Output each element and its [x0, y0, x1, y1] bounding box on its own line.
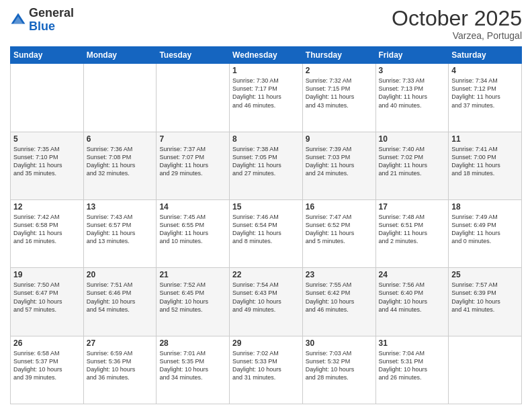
calendar-cell-w3d5: 24Sunrise: 7:56 AM Sunset: 6:40 PM Dayli…: [375, 268, 449, 336]
day-number: 4: [451, 66, 519, 75]
day-info: Sunrise: 7:38 AM Sunset: 7:05 PM Dayligh…: [232, 145, 300, 178]
calendar-cell-w4d6: [449, 336, 522, 404]
logo: General Blue: [10, 7, 74, 34]
calendar-week-row-0: 1Sunrise: 7:30 AM Sunset: 7:17 PM Daylig…: [11, 64, 522, 132]
calendar-cell-w0d0: [11, 64, 84, 132]
calendar-cell-w1d1: 6Sunrise: 7:36 AM Sunset: 7:08 PM Daylig…: [83, 132, 157, 199]
calendar-cell-w1d3: 8Sunrise: 7:38 AM Sunset: 7:05 PM Daylig…: [230, 132, 303, 199]
calendar-cell-w4d3: 29Sunrise: 7:02 AM Sunset: 5:33 PM Dayli…: [230, 336, 303, 404]
day-number: 7: [159, 134, 226, 144]
day-number: 25: [451, 270, 519, 279]
calendar-cell-w2d6: 18Sunrise: 7:49 AM Sunset: 6:49 PM Dayli…: [449, 199, 522, 267]
day-number: 29: [232, 338, 300, 348]
calendar-cell-w1d0: 5Sunrise: 7:35 AM Sunset: 7:10 PM Daylig…: [11, 132, 84, 199]
calendar-cell-w1d4: 9Sunrise: 7:39 AM Sunset: 7:03 PM Daylig…: [302, 132, 375, 199]
calendar-cell-w0d6: 4Sunrise: 7:34 AM Sunset: 7:12 PM Daylig…: [449, 64, 522, 132]
day-number: 10: [379, 134, 446, 144]
day-number: 28: [159, 338, 226, 348]
col-friday: Friday: [375, 47, 449, 64]
col-monday: Monday: [83, 47, 157, 64]
day-number: 23: [306, 270, 373, 279]
day-number: 12: [13, 202, 81, 212]
day-info: Sunrise: 7:42 AM Sunset: 6:58 PM Dayligh…: [13, 213, 81, 246]
day-info: Sunrise: 7:57 AM Sunset: 6:39 PM Dayligh…: [451, 281, 519, 314]
calendar-cell-w4d5: 31Sunrise: 7:04 AM Sunset: 5:31 PM Dayli…: [375, 336, 449, 404]
calendar-week-row-1: 5Sunrise: 7:35 AM Sunset: 7:10 PM Daylig…: [11, 132, 522, 199]
calendar-cell-w1d5: 10Sunrise: 7:40 AM Sunset: 7:02 PM Dayli…: [375, 132, 449, 199]
calendar-cell-w3d4: 23Sunrise: 7:55 AM Sunset: 6:42 PM Dayli…: [302, 268, 375, 336]
day-number: 13: [87, 202, 154, 212]
calendar-cell-w4d1: 27Sunrise: 6:59 AM Sunset: 5:36 PM Dayli…: [83, 336, 157, 404]
day-info: Sunrise: 7:41 AM Sunset: 7:00 PM Dayligh…: [451, 145, 519, 178]
day-number: 22: [232, 270, 300, 279]
day-info: Sunrise: 7:33 AM Sunset: 7:13 PM Dayligh…: [379, 77, 446, 109]
day-info: Sunrise: 7:32 AM Sunset: 7:15 PM Dayligh…: [306, 77, 373, 109]
day-info: Sunrise: 7:43 AM Sunset: 6:57 PM Dayligh…: [87, 213, 154, 246]
day-number: 14: [159, 202, 226, 212]
calendar-week-row-4: 26Sunrise: 6:58 AM Sunset: 5:37 PM Dayli…: [11, 336, 522, 404]
day-info: Sunrise: 7:39 AM Sunset: 7:03 PM Dayligh…: [306, 145, 373, 178]
calendar-cell-w0d4: 2Sunrise: 7:32 AM Sunset: 7:15 PM Daylig…: [302, 64, 375, 132]
col-tuesday: Tuesday: [157, 47, 230, 64]
day-info: Sunrise: 6:58 AM Sunset: 5:37 PM Dayligh…: [13, 349, 81, 382]
location: Varzea, Portugal: [392, 30, 522, 41]
col-wednesday: Wednesday: [230, 47, 303, 64]
calendar-header-row: Sunday Monday Tuesday Wednesday Thursday…: [11, 47, 522, 64]
day-number: 21: [159, 270, 226, 279]
calendar-cell-w3d1: 20Sunrise: 7:51 AM Sunset: 6:46 PM Dayli…: [83, 268, 157, 336]
day-info: Sunrise: 6:59 AM Sunset: 5:36 PM Dayligh…: [87, 349, 154, 382]
logo-general: General: [29, 6, 74, 19]
calendar-cell-w4d4: 30Sunrise: 7:03 AM Sunset: 5:32 PM Dayli…: [302, 336, 375, 404]
day-info: Sunrise: 7:47 AM Sunset: 6:52 PM Dayligh…: [306, 213, 373, 246]
calendar-cell-w2d1: 13Sunrise: 7:43 AM Sunset: 6:57 PM Dayli…: [83, 199, 157, 267]
day-info: Sunrise: 7:03 AM Sunset: 5:32 PM Dayligh…: [306, 349, 373, 382]
day-info: Sunrise: 7:55 AM Sunset: 6:42 PM Dayligh…: [306, 281, 373, 314]
day-number: 24: [379, 270, 446, 279]
day-number: 8: [232, 134, 300, 144]
day-info: Sunrise: 7:50 AM Sunset: 6:47 PM Dayligh…: [13, 281, 81, 314]
day-info: Sunrise: 7:45 AM Sunset: 6:55 PM Dayligh…: [159, 213, 226, 246]
day-number: 6: [87, 134, 154, 144]
day-info: Sunrise: 7:35 AM Sunset: 7:10 PM Dayligh…: [13, 145, 81, 178]
page: General Blue October 2025 Varzea, Portug…: [0, 0, 532, 411]
day-info: Sunrise: 7:51 AM Sunset: 6:46 PM Dayligh…: [87, 281, 154, 314]
calendar-cell-w0d2: [157, 64, 230, 132]
day-info: Sunrise: 7:36 AM Sunset: 7:08 PM Dayligh…: [87, 145, 154, 178]
day-info: Sunrise: 7:49 AM Sunset: 6:49 PM Dayligh…: [451, 213, 519, 246]
day-number: 1: [232, 66, 300, 75]
day-number: 30: [306, 338, 373, 348]
calendar-cell-w4d0: 26Sunrise: 6:58 AM Sunset: 5:37 PM Dayli…: [11, 336, 84, 404]
calendar-cell-w2d5: 17Sunrise: 7:48 AM Sunset: 6:51 PM Dayli…: [375, 199, 449, 267]
day-info: Sunrise: 7:34 AM Sunset: 7:12 PM Dayligh…: [451, 77, 519, 109]
day-number: 5: [13, 134, 81, 144]
calendar-cell-w3d2: 21Sunrise: 7:52 AM Sunset: 6:45 PM Dayli…: [157, 268, 230, 336]
calendar-week-row-2: 12Sunrise: 7:42 AM Sunset: 6:58 PM Dayli…: [11, 199, 522, 267]
calendar-cell-w2d2: 14Sunrise: 7:45 AM Sunset: 6:55 PM Dayli…: [157, 199, 230, 267]
month-title: October 2025: [392, 7, 522, 30]
day-info: Sunrise: 7:52 AM Sunset: 6:45 PM Dayligh…: [159, 281, 226, 314]
calendar-cell-w2d4: 16Sunrise: 7:47 AM Sunset: 6:52 PM Dayli…: [302, 199, 375, 267]
calendar-cell-w3d6: 25Sunrise: 7:57 AM Sunset: 6:39 PM Dayli…: [449, 268, 522, 336]
day-number: 27: [87, 338, 154, 348]
day-number: 17: [379, 202, 446, 212]
day-info: Sunrise: 7:40 AM Sunset: 7:02 PM Dayligh…: [379, 145, 446, 178]
day-info: Sunrise: 7:30 AM Sunset: 7:17 PM Dayligh…: [232, 77, 300, 109]
calendar-cell-w3d3: 22Sunrise: 7:54 AM Sunset: 6:43 PM Dayli…: [230, 268, 303, 336]
day-info: Sunrise: 7:37 AM Sunset: 7:07 PM Dayligh…: [159, 145, 226, 178]
day-number: 9: [306, 134, 373, 144]
day-info: Sunrise: 7:01 AM Sunset: 5:35 PM Dayligh…: [159, 349, 226, 382]
calendar-cell-w2d0: 12Sunrise: 7:42 AM Sunset: 6:58 PM Dayli…: [11, 199, 84, 267]
logo-icon: [10, 12, 26, 28]
col-thursday: Thursday: [302, 47, 375, 64]
day-number: 15: [232, 202, 300, 212]
day-number: 26: [13, 338, 81, 348]
day-number: 20: [87, 270, 154, 279]
day-number: 18: [451, 202, 519, 212]
day-info: Sunrise: 7:46 AM Sunset: 6:54 PM Dayligh…: [232, 213, 300, 246]
logo-blue: Blue: [29, 19, 55, 33]
day-info: Sunrise: 7:54 AM Sunset: 6:43 PM Dayligh…: [232, 281, 300, 314]
calendar-cell-w2d3: 15Sunrise: 7:46 AM Sunset: 6:54 PM Dayli…: [230, 199, 303, 267]
day-number: 3: [379, 66, 446, 75]
calendar-cell-w1d2: 7Sunrise: 7:37 AM Sunset: 7:07 PM Daylig…: [157, 132, 230, 199]
calendar-table: Sunday Monday Tuesday Wednesday Thursday…: [10, 46, 522, 404]
